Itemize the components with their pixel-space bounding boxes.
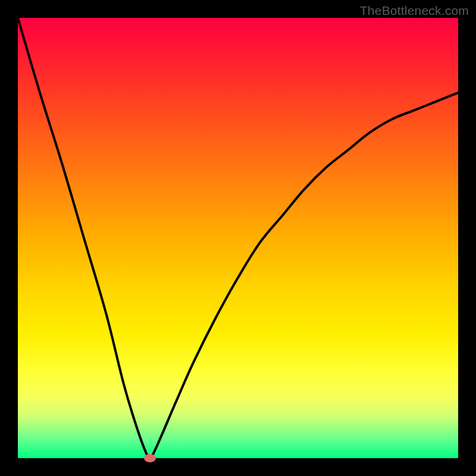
minimum-marker (144, 454, 156, 462)
curve-svg (18, 18, 458, 458)
bottleneck-curve (18, 18, 458, 458)
chart-frame: TheBottleneck.com (0, 0, 476, 476)
watermark-text: TheBottleneck.com (360, 4, 469, 18)
plot-area (18, 18, 458, 458)
